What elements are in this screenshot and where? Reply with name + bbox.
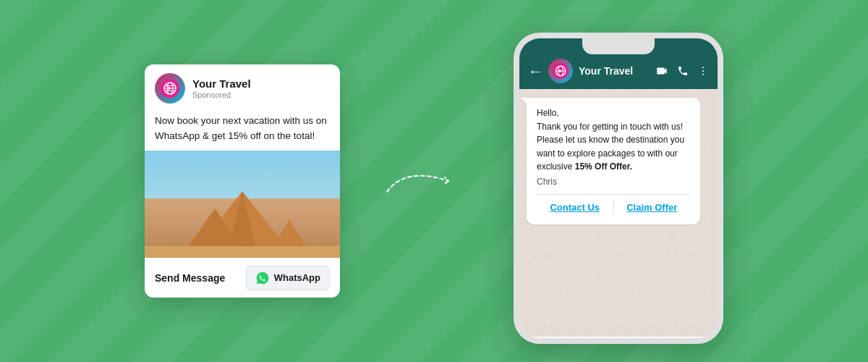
wa-cta-buttons: Contact Us Claim Offer [537,194,690,214]
back-arrow-icon[interactable]: ← [528,63,542,80]
whatsapp-message-bubble: Hello, Thank you for getting in touch wi… [527,98,700,224]
fb-card-body: Now book your next vacation with us on W… [145,109,340,151]
arrow-connector [383,159,470,203]
wa-message-content: Hello, Thank you for getting in touch wi… [537,106,690,174]
wa-contact-avatar [548,59,573,83]
facebook-ad-card: Your Travel Sponsored Now book your next… [145,64,340,298]
phone-call-icon[interactable] [677,65,689,77]
wa-contact-name: Your Travel [579,65,650,77]
video-call-icon[interactable] [655,64,668,77]
main-scene: Your Travel Sponsored Now book your next… [0,0,868,362]
whatsapp-chat-area: Hello, Thank you for getting in touch wi… [519,89,718,337]
fb-sponsored-label: Sponsored [192,90,251,99]
fb-ad-image [145,151,340,258]
svg-point-12 [702,74,704,75]
wa-highlight: 15% Off Offer. [575,161,632,172]
whatsapp-button-label: WhatsApp [274,272,320,283]
phone-notch [582,38,655,54]
whatsapp-button[interactable]: WhatsApp [246,266,330,290]
wa-sender-name: Chris [537,177,690,187]
pyramid-illustration [145,178,340,258]
arrow-svg [383,159,470,203]
contact-us-button[interactable]: Contact Us [537,201,613,214]
fb-ad-body-text: Now book your next vacation with us on W… [155,114,330,143]
fb-card-header: Your Travel Sponsored [145,64,340,109]
fb-logo-avatar [155,73,185,104]
more-options-icon[interactable] [697,65,709,77]
fb-title-block: Your Travel Sponsored [192,77,251,99]
svg-point-10 [702,67,704,68]
wa-line1: Thank you for getting in touch with us! [537,122,683,132]
fb-brand-name: Your Travel [192,77,251,90]
whatsapp-icon [255,271,270,285]
wa-greeting: Hello, [537,108,559,118]
wa-header-icons [655,64,709,77]
claim-offer-button[interactable]: Claim Offer [614,201,691,214]
phone-mockup: ← [514,33,723,344]
fb-send-message-label: Send Message [155,272,246,284]
phone-frame: ← [514,33,723,344]
svg-point-11 [702,70,704,72]
fb-card-footer: Send Message WhatsApp [145,258,340,298]
